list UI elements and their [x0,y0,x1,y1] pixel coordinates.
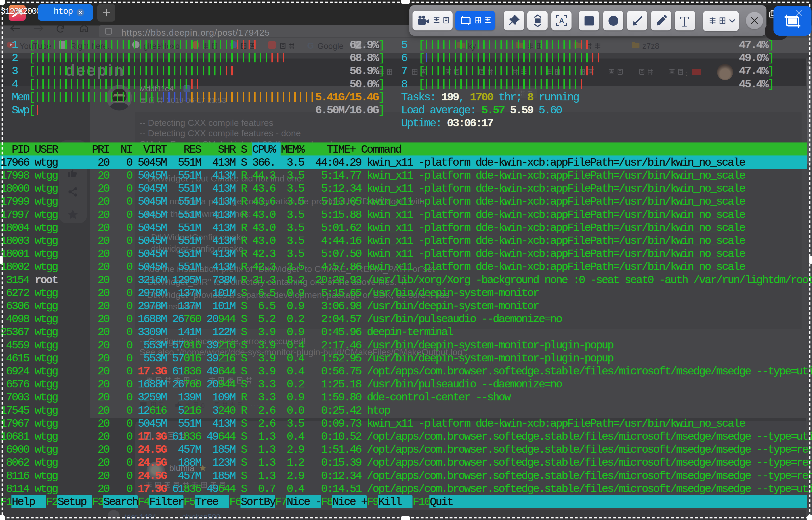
svg-text:A: A [559,17,564,24]
